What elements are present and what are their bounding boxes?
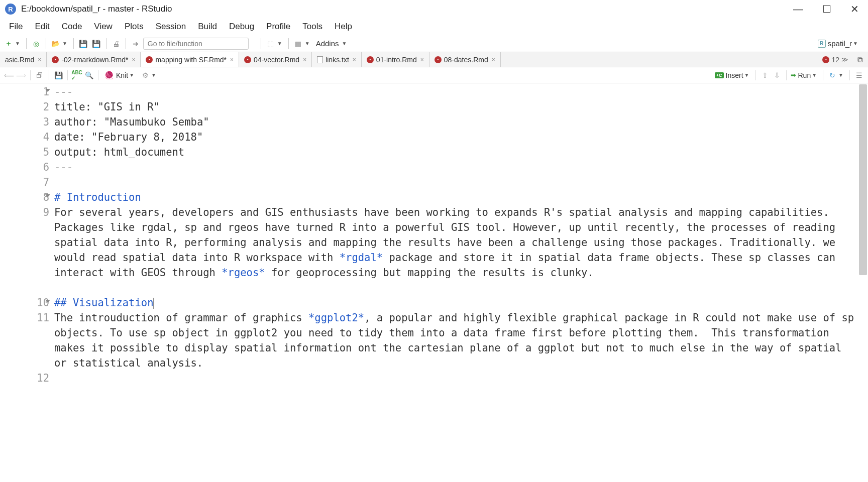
save-icon[interactable]: 💾 bbox=[78, 38, 89, 49]
main-toolbar: ＋ ▼ ◎ 📂 ▼ 💾 💾 🖨 ➜ ⬚ ▼ ▦ ▼ Addins ▼ R spa… bbox=[0, 35, 868, 52]
tab-label: asic.Rmd bbox=[5, 56, 34, 64]
close-tab-icon[interactable]: × bbox=[132, 56, 135, 63]
tab-08-dates-rmd[interactable]: •08-dates.Rmd× bbox=[429, 52, 501, 67]
run-menu[interactable]: Run bbox=[798, 71, 811, 79]
back-icon[interactable]: ⟸ bbox=[4, 70, 14, 80]
print-icon[interactable]: 🖨 bbox=[111, 38, 122, 49]
menu-session[interactable]: Session bbox=[151, 20, 191, 34]
knit-button[interactable]: 🧶 Knit ▼ bbox=[102, 71, 138, 80]
workspace-panes-icon[interactable]: ⬚ bbox=[265, 38, 276, 49]
rmarkdown-icon: • bbox=[435, 56, 442, 63]
close-tab-icon[interactable]: × bbox=[353, 56, 356, 63]
forward-icon[interactable]: ⟹ bbox=[16, 70, 26, 80]
menu-build[interactable]: Build bbox=[193, 20, 222, 34]
line-gutter: 123456789 1011 12 bbox=[0, 83, 54, 482]
project-menu[interactable]: R spatil_r ▼ bbox=[818, 39, 865, 48]
tab-overflow[interactable]: • 12 ≫ bbox=[818, 52, 852, 67]
save-doc-icon[interactable]: 💾 bbox=[53, 70, 63, 80]
close-tab-icon[interactable]: × bbox=[492, 56, 495, 63]
tab-links-txt[interactable]: links.txt× bbox=[312, 52, 362, 67]
editor-toolbar: ⟸ ⟹ 🗗 💾 ABC✓ 🔍 🧶 Knit ▼ ⚙ ▼ +C Insert ▼ … bbox=[0, 67, 868, 83]
project-icon: R bbox=[818, 40, 826, 48]
insert-menu[interactable]: Insert bbox=[726, 71, 743, 79]
new-file-dropdown[interactable]: ▼ bbox=[15, 41, 20, 46]
run-icon: ➡ bbox=[791, 71, 796, 79]
tab-mapping-with-sf-rmd-[interactable]: •mapping with SF.Rmd*× bbox=[141, 52, 239, 67]
tab-asic-rmd[interactable]: asic.Rmd× bbox=[0, 52, 47, 67]
tab--02-rmarkdown-rmd-[interactable]: •-02-rmarkdown.Rmd*× bbox=[47, 52, 141, 67]
addins-menu[interactable]: Addins bbox=[314, 39, 341, 48]
open-recent-dropdown[interactable]: ▼ bbox=[62, 41, 67, 46]
open-file-icon[interactable]: 📂 bbox=[50, 38, 61, 49]
next-chunk-icon[interactable]: ⇩ bbox=[772, 70, 782, 80]
find-icon[interactable]: 🔍 bbox=[84, 70, 94, 80]
tab-label: 04-vector.Rmd bbox=[254, 56, 299, 64]
maximize-pane-icon[interactable]: ⧉ bbox=[852, 52, 868, 67]
window-controls: — ☐ ✕ bbox=[793, 3, 863, 15]
tab-label: mapping with SF.Rmd* bbox=[155, 56, 227, 64]
menu-debug[interactable]: Debug bbox=[224, 20, 259, 34]
rmarkdown-icon: • bbox=[367, 56, 374, 63]
rstudio-logo-icon: R bbox=[5, 4, 16, 15]
goto-file-input[interactable] bbox=[143, 38, 249, 50]
titlebar: R E:/bookdown/spatil_r - master - RStudi… bbox=[0, 0, 868, 18]
tab-01-intro-rmd[interactable]: •01-intro.Rmd× bbox=[362, 52, 429, 67]
rmarkdown-icon: • bbox=[52, 56, 59, 63]
close-tab-icon[interactable]: × bbox=[38, 56, 41, 63]
minimize-button[interactable]: — bbox=[793, 4, 803, 15]
new-project-icon[interactable]: ◎ bbox=[31, 38, 42, 49]
goto-icon: ➜ bbox=[130, 38, 141, 49]
show-in-new-window-icon[interactable]: 🗗 bbox=[35, 70, 45, 80]
menu-profile[interactable]: Profile bbox=[261, 20, 295, 34]
close-tab-icon[interactable]: × bbox=[230, 56, 234, 63]
menu-view[interactable]: View bbox=[89, 20, 118, 34]
rmarkdown-icon: • bbox=[146, 56, 153, 63]
close-tab-icon[interactable]: × bbox=[420, 56, 424, 63]
maximize-button[interactable]: ☐ bbox=[822, 3, 831, 15]
tab-label: 01-intro.Rmd bbox=[376, 56, 417, 64]
grid-icon[interactable]: ▦ bbox=[293, 38, 304, 49]
menu-code[interactable]: Code bbox=[57, 20, 87, 34]
new-file-icon[interactable]: ＋ bbox=[3, 38, 14, 49]
menu-tools[interactable]: Tools bbox=[297, 20, 328, 34]
publish-icon[interactable]: ↻ bbox=[827, 70, 837, 80]
outline-icon[interactable]: ☰ bbox=[854, 70, 864, 80]
tab-label: links.txt bbox=[325, 56, 349, 64]
close-button[interactable]: ✕ bbox=[850, 3, 859, 15]
save-all-icon[interactable]: 💾 bbox=[91, 38, 102, 49]
menu-file[interactable]: File bbox=[4, 20, 28, 34]
menu-plots[interactable]: Plots bbox=[120, 20, 149, 34]
tab-label: -02-rmarkdown.Rmd* bbox=[61, 56, 128, 64]
code-content[interactable]: ---title: "GIS in R"author: "Masumbuko S… bbox=[54, 83, 868, 482]
menubar: FileEditCodeViewPlotsSessionBuildDebugPr… bbox=[0, 18, 868, 35]
gear-icon[interactable]: ⚙ bbox=[140, 70, 150, 80]
window-title: E:/bookdown/spatil_r - master - RStudio bbox=[21, 4, 172, 14]
menu-help[interactable]: Help bbox=[330, 20, 357, 34]
menu-edit[interactable]: Edit bbox=[30, 20, 54, 34]
spellcheck-icon[interactable]: ABC✓ bbox=[72, 70, 82, 80]
tab-label: 08-dates.Rmd bbox=[444, 56, 488, 64]
insert-chunk-icon: +C bbox=[715, 72, 724, 78]
textfile-icon bbox=[317, 56, 323, 63]
close-tab-icon[interactable]: × bbox=[303, 56, 306, 63]
vertical-scrollbar[interactable] bbox=[859, 84, 867, 275]
code-editor[interactable]: 123456789 1011 12 ---title: "GIS in R"au… bbox=[0, 83, 868, 482]
document-tabs: asic.Rmd×•-02-rmarkdown.Rmd*×•mapping wi… bbox=[0, 52, 868, 67]
knit-icon: 🧶 bbox=[104, 71, 114, 80]
tab-04-vector-rmd[interactable]: •04-vector.Rmd× bbox=[239, 52, 312, 67]
rmarkdown-icon: • bbox=[244, 56, 251, 63]
prev-chunk-icon[interactable]: ⇧ bbox=[760, 70, 770, 80]
